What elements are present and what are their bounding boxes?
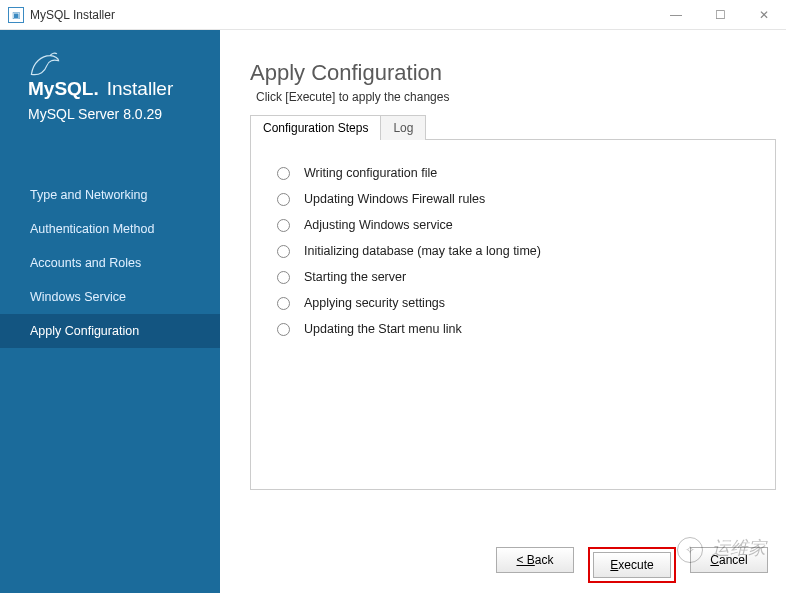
sidebar-item-apply-config[interactable]: Apply Configuration bbox=[0, 314, 220, 348]
footer-buttons: < Back Execute Cancel bbox=[496, 547, 768, 583]
cancel-button-label: Cancel bbox=[710, 553, 747, 567]
step-row: Starting the server bbox=[267, 264, 763, 290]
window-controls: — ☐ ✕ bbox=[654, 0, 786, 30]
step-label: Updating the Start menu link bbox=[304, 322, 462, 336]
titlebar: ▣ MySQL Installer — ☐ ✕ bbox=[0, 0, 786, 30]
brand-line bbox=[28, 48, 200, 78]
step-row: Updating Windows Firewall rules bbox=[267, 186, 763, 212]
steps-panel: Writing configuration file Updating Wind… bbox=[250, 140, 776, 490]
step-label: Updating Windows Firewall rules bbox=[304, 192, 485, 206]
logo-area: MySQL. Installer MySQL Server 8.0.29 bbox=[0, 40, 220, 138]
close-button[interactable]: ✕ bbox=[742, 0, 786, 30]
step-status-icon bbox=[277, 297, 290, 310]
step-status-icon bbox=[277, 271, 290, 284]
execute-highlight: Execute bbox=[588, 547, 676, 583]
page-title: Apply Configuration bbox=[250, 60, 776, 86]
window-title: MySQL Installer bbox=[30, 8, 115, 22]
sidebar-item-windows-service[interactable]: Windows Service bbox=[0, 280, 220, 314]
step-label: Initializing database (may take a long t… bbox=[304, 244, 541, 258]
dolphin-icon bbox=[28, 50, 62, 80]
step-status-icon bbox=[277, 193, 290, 206]
tab-config-steps[interactable]: Configuration Steps bbox=[250, 115, 381, 140]
step-row: Updating the Start menu link bbox=[267, 316, 763, 342]
app-icon: ▣ bbox=[8, 7, 24, 23]
page-subtitle: Click [Execute] to apply the changes bbox=[256, 90, 776, 104]
step-row: Applying security settings bbox=[267, 290, 763, 316]
step-row: Initializing database (may take a long t… bbox=[267, 238, 763, 264]
sidebar-subtitle: MySQL Server 8.0.29 bbox=[28, 106, 200, 122]
brand-mysql: MySQL. bbox=[28, 78, 99, 100]
sidebar-nav: Type and Networking Authentication Metho… bbox=[0, 178, 220, 348]
brand-installer: Installer bbox=[107, 78, 174, 100]
tabs: Configuration Steps Log bbox=[250, 114, 776, 140]
step-label: Adjusting Windows service bbox=[304, 218, 453, 232]
cancel-button[interactable]: Cancel bbox=[690, 547, 768, 573]
step-status-icon bbox=[277, 219, 290, 232]
sidebar-item-type-networking[interactable]: Type and Networking bbox=[0, 178, 220, 212]
back-button-label: < Back bbox=[516, 553, 553, 567]
step-row: Writing configuration file bbox=[267, 160, 763, 186]
back-button[interactable]: < Back bbox=[496, 547, 574, 573]
sidebar-item-auth-method[interactable]: Authentication Method bbox=[0, 212, 220, 246]
step-label: Starting the server bbox=[304, 270, 406, 284]
tab-log[interactable]: Log bbox=[381, 115, 426, 140]
step-status-icon bbox=[277, 245, 290, 258]
window-body: MySQL. Installer MySQL Server 8.0.29 Typ… bbox=[0, 30, 786, 593]
maximize-button[interactable]: ☐ bbox=[698, 0, 742, 30]
step-status-icon bbox=[277, 167, 290, 180]
execute-button[interactable]: Execute bbox=[593, 552, 671, 578]
step-label: Applying security settings bbox=[304, 296, 445, 310]
minimize-button[interactable]: — bbox=[654, 0, 698, 30]
step-label: Writing configuration file bbox=[304, 166, 437, 180]
execute-button-label: Execute bbox=[610, 558, 653, 572]
step-row: Adjusting Windows service bbox=[267, 212, 763, 238]
sidebar: MySQL. Installer MySQL Server 8.0.29 Typ… bbox=[0, 30, 220, 593]
sidebar-item-accounts-roles[interactable]: Accounts and Roles bbox=[0, 246, 220, 280]
step-status-icon bbox=[277, 323, 290, 336]
brand-title: MySQL. Installer bbox=[28, 78, 200, 100]
main-panel: Apply Configuration Click [Execute] to a… bbox=[220, 30, 786, 593]
